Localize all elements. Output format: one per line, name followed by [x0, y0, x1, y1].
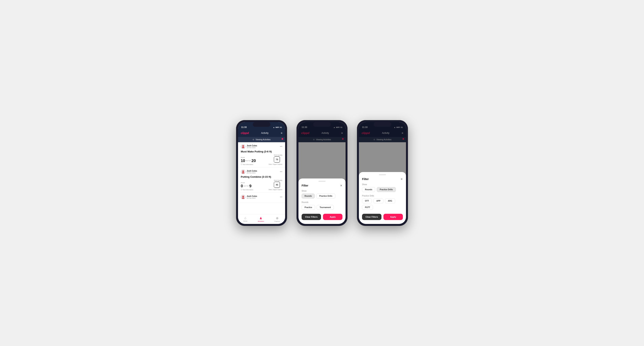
bottom-nav-activities[interactable]: ♟ Activities: [258, 216, 264, 222]
score-value-2: 0: [241, 184, 243, 188]
drills-section-label-3: Practice Drills: [362, 195, 403, 197]
activity-card-3: Josh Coles 28 Feb 2023 •••: [238, 193, 285, 203]
avatar-1: [241, 144, 246, 149]
drill-buttons-3: OTT APP ARG PUTT: [362, 198, 403, 210]
phone-3: 11:33 ▲ WiFi 51 clippd Activity ≡ ⚙ View…: [357, 120, 408, 226]
card-title-2: Putting Combine (3-15 ft): [241, 175, 282, 178]
modal-footer-2: Clear Filters Apply: [302, 214, 342, 220]
card-footer-2: ⓘ Test Information Data: Clippd Capture: [241, 189, 282, 191]
shots-value-2: 9: [249, 184, 251, 188]
activities-label: Activities: [258, 220, 264, 222]
card-footer-1: ⓘ Test Information Data: Clippd Capture: [241, 164, 282, 165]
svg-point-1: [242, 171, 244, 172]
rounds-show-btn-2[interactable]: Rounds: [302, 193, 315, 198]
activity-list-1: Josh Coles 28 Feb 2023 ••• Must Make Put…: [238, 142, 285, 214]
notch-2: [313, 122, 331, 127]
modal-handle-3: [379, 174, 386, 175]
shot-quality-2: 45: [274, 182, 280, 188]
shots-value-1: 20: [252, 159, 256, 163]
user-info-3: Josh Coles 28 Feb 2023: [241, 195, 257, 199]
card-header-2: Josh Coles 28 Feb 2023 •••: [241, 170, 282, 174]
notch-3: [374, 122, 391, 127]
status-time-1: 11:33: [241, 126, 247, 128]
round-buttons-2: Practice Tournament: [302, 205, 342, 210]
home-icon: ⌂: [244, 216, 246, 220]
home-label: Home: [243, 220, 247, 222]
modal-handle-2: [318, 181, 326, 182]
bottom-nav-capture[interactable]: ⊕ Capture: [274, 216, 280, 222]
filter-modal-3: Filter ✕ Show Rounds Practice Drills Pra…: [359, 172, 406, 224]
score-value-1: 10: [241, 159, 245, 163]
card-stats-1: Score 10 OUT OF 20 Shot Quality 75: [241, 154, 282, 163]
user-date-3: 28 Feb 2023: [247, 197, 257, 199]
tournament-round-btn-2[interactable]: Tournament: [317, 205, 334, 210]
svg-point-0: [242, 145, 244, 147]
clear-filters-btn-3[interactable]: Clear Filters: [362, 214, 382, 220]
app-drill-btn-3[interactable]: APP: [374, 198, 384, 203]
card-stats-2: Score 0 OUT OF 9 Shot Quality 45: [241, 179, 282, 188]
info-text-1: ⓘ Test Information: [241, 164, 253, 165]
card-header-1: Josh Coles 28 Feb 2023 •••: [241, 144, 282, 149]
user-date-2: 28 Feb 2023: [247, 172, 257, 174]
avatar-3: [241, 195, 246, 199]
bottom-nav-home[interactable]: ⌂ Home: [243, 216, 247, 222]
data-text-1: Data: Clippd Capture: [269, 164, 282, 165]
modal-footer-3: Clear Filters Apply: [362, 214, 403, 220]
show-buttons-3: Rounds Practice Drills: [362, 187, 403, 192]
practice-drills-show-btn-2[interactable]: Practice Drills: [316, 193, 335, 198]
filter-icon-1: ⚙: [252, 139, 254, 141]
apply-btn-2[interactable]: Apply: [323, 214, 342, 220]
phone-2: 11:33 ▲ WiFi 51 clippd Activity ≡ ⚙ View…: [296, 120, 348, 226]
more-options-3[interactable]: •••: [280, 196, 282, 198]
menu-icon-1[interactable]: ≡: [281, 132, 282, 135]
filter-title-2: Filter: [302, 184, 308, 187]
shot-quality-1: 75: [274, 156, 280, 163]
user-name-2: Josh Coles: [247, 170, 257, 172]
activity-card-1: Josh Coles 28 Feb 2023 ••• Must Make Put…: [238, 142, 285, 168]
more-options-1[interactable]: •••: [280, 145, 282, 148]
notch: [253, 122, 270, 127]
phone-1-inner: 11:33 ▲ WiFi 51 clippd Activity ≡ ⚙ View…: [238, 122, 285, 224]
card-header-3: Josh Coles 28 Feb 2023 •••: [241, 195, 282, 199]
modal-header-3: Filter ✕: [362, 177, 403, 181]
phone-2-inner: 11:33 ▲ WiFi 51 clippd Activity ≡ ⚙ View…: [298, 122, 346, 224]
modal-close-3[interactable]: ✕: [400, 177, 403, 181]
svg-point-2: [242, 196, 244, 197]
filter-title-3: Filter: [362, 177, 369, 181]
modal-close-2[interactable]: ✕: [340, 184, 342, 187]
rounds-show-btn-3[interactable]: Rounds: [362, 187, 375, 192]
viewing-banner-1: ⚙ Viewing Activities: [238, 137, 285, 142]
capture-label: Capture: [274, 220, 280, 222]
practice-round-btn-2[interactable]: Practice: [302, 205, 315, 210]
show-label-3: Show: [362, 183, 403, 185]
bottom-nav-1: ⌂ Home ♟ Activities ⊕ Capture: [238, 214, 285, 224]
show-label-2: Show: [302, 190, 342, 192]
practice-drills-show-btn-3[interactable]: Practice Drills: [377, 187, 396, 192]
phone-1: 11:33 ▲ WiFi 51 clippd Activity ≡ ⚙ View…: [236, 120, 287, 226]
clear-filters-btn-2[interactable]: Clear Filters: [302, 214, 321, 220]
modal-header-2: Filter ✕: [302, 184, 342, 187]
notification-dot-1: [282, 138, 283, 140]
user-name-1: Josh Coles: [247, 145, 257, 147]
user-info-2: Josh Coles 28 Feb 2023: [241, 170, 257, 174]
nav-bar-1: clippd Activity ≡: [238, 129, 285, 137]
rounds-section-label-2: Rounds: [302, 201, 342, 203]
apply-btn-3[interactable]: Apply: [384, 214, 403, 220]
putt-drill-btn-3[interactable]: PUTT: [362, 205, 373, 210]
card-title-1: Must Make Putting (3-6 ft): [241, 150, 282, 153]
activities-icon: ♟: [260, 216, 262, 220]
user-info-1: Josh Coles 28 Feb 2023: [241, 144, 257, 149]
ott-drill-btn-3[interactable]: OTT: [362, 198, 372, 203]
capture-icon: ⊕: [276, 216, 278, 220]
more-options-2[interactable]: •••: [280, 171, 282, 173]
nav-title-1: Activity: [261, 132, 269, 134]
app-logo-1: clippd: [241, 132, 249, 135]
viewing-activities-text-1: Viewing Activities: [256, 139, 270, 141]
screens-container: 11:33 ▲ WiFi 51 clippd Activity ≡ ⚙ View…: [236, 120, 408, 226]
arg-drill-btn-3[interactable]: ARG: [385, 198, 395, 203]
status-icons-1: ▲ WiFi 51: [273, 126, 282, 128]
activity-card-2: Josh Coles 28 Feb 2023 ••• Putting Combi…: [238, 168, 285, 193]
filter-modal-2: Filter ✕ Show Rounds Practice Drills Rou…: [298, 178, 346, 224]
phone-3-inner: 11:33 ▲ WiFi 51 clippd Activity ≡ ⚙ View…: [359, 122, 406, 224]
data-text-2: Data: Clippd Capture: [269, 189, 282, 191]
